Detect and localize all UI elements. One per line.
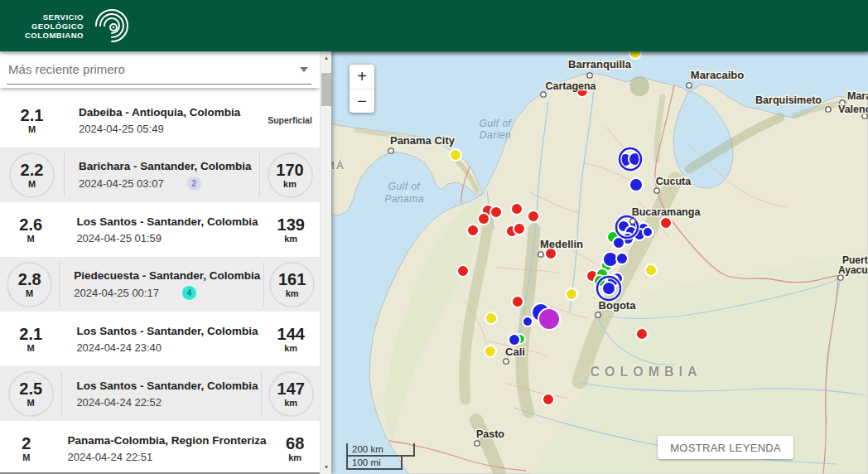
- quake-dot-yellow[interactable]: [566, 288, 577, 300]
- event-location: Panama-Colombia, Region Fronteriza: [68, 434, 267, 447]
- earthquake-list: 2.1 M Dabeiba - Antioquia, Colombia 2024…: [0, 93, 320, 474]
- quake-dot-blue[interactable]: [616, 253, 628, 264]
- city-label: Cali: [505, 346, 525, 358]
- quake-dot-yellow[interactable]: [485, 346, 496, 357]
- event-location: Los Santos - Santander, Colombia: [76, 380, 258, 392]
- quake-dot-red[interactable]: [528, 210, 539, 222]
- city-marker: [587, 73, 592, 78]
- city-marker: [596, 312, 600, 317]
- quake-dot-red[interactable]: [514, 223, 525, 235]
- quake-dot-red[interactable]: [478, 213, 489, 225]
- magnitude-value: 2.2: [21, 162, 44, 179]
- quake-dot-purple[interactable]: [538, 308, 560, 330]
- scroll-up-arrow[interactable]: ▲: [321, 52, 332, 64]
- quake-dot-red[interactable]: [457, 265, 469, 277]
- map-svg: Gulf ofDarienGulf ofPanamaCOLOMBIAMÁ Bar…: [331, 51, 868, 474]
- event-datetime: 2024-04-25 05:49: [79, 123, 164, 135]
- region-label: MÁ: [331, 159, 345, 172]
- city-label: Barranquilla: [568, 58, 632, 70]
- depth-value: 147: [277, 380, 305, 398]
- water-label: Panama: [384, 193, 424, 205]
- event-count-badge: 2: [187, 177, 201, 191]
- magnitude-value: 2: [22, 435, 31, 452]
- map-canvas[interactable]: Gulf ofDarienGulf ofPanamaCOLOMBIAMÁ Bar…: [331, 51, 868, 474]
- scale-km: 200 km: [346, 443, 415, 457]
- city-marker: [475, 441, 480, 446]
- event-location: Piedecuesta - Santander, Colombia: [74, 269, 260, 282]
- quake-dot-red[interactable]: [636, 328, 648, 340]
- event-datetime: 2024-04-25 00:17: [74, 287, 159, 299]
- magnitude-unit: M: [28, 179, 36, 189]
- quake-dot-yellow[interactable]: [485, 312, 497, 324]
- quake-dot-yellow[interactable]: [629, 51, 641, 59]
- earthquake-panel: Más reciente primero 2.1 M Dabeiba - Ant…: [0, 51, 331, 474]
- depth-value: 144: [277, 326, 305, 343]
- show-legend-button[interactable]: MOSTRAR LEYENDA: [658, 436, 793, 459]
- quake-dot-blue[interactable]: [602, 282, 615, 295]
- city-label: Barquisimeto: [755, 94, 822, 106]
- quake-dot-blue[interactable]: [629, 178, 643, 191]
- city-label: Pasto: [476, 428, 504, 440]
- quake-dot-red[interactable]: [467, 225, 479, 236]
- depth-unit: km: [288, 452, 301, 462]
- scale-mi: 100 mi: [346, 457, 403, 470]
- magnitude-value: 2.6: [19, 216, 42, 234]
- magnitude-value: 2.1: [19, 326, 42, 343]
- quake-dot-red[interactable]: [512, 296, 523, 307]
- city-marker: [504, 359, 509, 364]
- event-datetime: 2024-04-25 01:59: [76, 232, 162, 244]
- city-label: Bogota: [599, 299, 637, 312]
- depth-unit: km: [284, 398, 297, 408]
- earthquake-list-item[interactable]: 2.8 M Piedecuesta - Santander, Colombia …: [0, 257, 320, 312]
- zoom-out-button[interactable]: −: [350, 89, 374, 113]
- sgc-logo[interactable]: SERVICIO GEOLÓGICO COLOMBIANO: [25, 6, 132, 46]
- event-location: Dabeiba - Antioquia, Colombia: [79, 106, 256, 118]
- scrollbar-thumb[interactable]: [321, 73, 331, 106]
- quake-dot-blue[interactable]: [509, 334, 520, 346]
- city-marker: [826, 107, 831, 112]
- event-datetime: 2024-04-24 23:40: [76, 341, 162, 354]
- depth-label: Superficial: [268, 115, 312, 125]
- city-label: Cucuta: [656, 176, 692, 187]
- earthquake-list-item[interactable]: 2 M Panama-Colombia, Region Fronteriza 2…: [0, 421, 320, 474]
- quake-dot-yellow[interactable]: [450, 149, 461, 161]
- depth-unit: km: [284, 234, 297, 244]
- earthquake-list-item[interactable]: 2.6 M Los Santos - Santander, Colombia 2…: [0, 202, 320, 257]
- zoom-in-button[interactable]: +: [350, 65, 374, 89]
- water-label: Gulf of: [388, 181, 422, 192]
- magnitude-unit: M: [28, 124, 36, 134]
- sort-dropdown[interactable]: Más reciente primero: [7, 55, 311, 85]
- quake-dot-red[interactable]: [511, 203, 523, 215]
- magnitude-unit: M: [27, 398, 35, 408]
- earthquake-list-item[interactable]: 2.1 M Los Santos - Santander, Colombia 2…: [0, 312, 320, 366]
- earthquake-list-item[interactable]: 2.2 M Barichara - Santander, Colombia 20…: [0, 148, 320, 202]
- depth-value: 170: [276, 162, 303, 179]
- quake-dot-red[interactable]: [542, 394, 554, 405]
- magnitude-value: 2.5: [19, 380, 42, 398]
- quake-dot-red[interactable]: [490, 206, 502, 218]
- sort-dropdown-value: Más reciente primero: [8, 62, 125, 76]
- water-label: Gulf of: [480, 118, 513, 129]
- app-header: SERVICIO GEOLÓGICO COLOMBIANO: [0, 0, 868, 51]
- scroll-down-arrow[interactable]: ▼: [321, 462, 332, 473]
- event-count-badge: 4: [182, 286, 196, 300]
- earthquake-list-item[interactable]: 2.5 M Los Santos - Santander, Colombia 2…: [0, 366, 320, 421]
- magnitude-value: 2.1: [21, 107, 44, 124]
- city-label: Cartagena: [545, 80, 596, 92]
- city-marker: [541, 92, 546, 97]
- map-scale-bar: 200 km 100 mi: [346, 443, 415, 470]
- depth-value: 139: [277, 216, 305, 234]
- city-label: Mara: [847, 90, 868, 102]
- city-marker: [687, 83, 692, 88]
- event-datetime: 2024-04-24 22:52: [76, 396, 162, 409]
- earthquake-list-item[interactable]: 2.1 M Dabeiba - Antioquia, Colombia 2024…: [0, 93, 320, 148]
- quake-dot-blue[interactable]: [643, 227, 653, 237]
- magnitude-unit: M: [27, 234, 35, 244]
- city-label: Ayacucho: [838, 264, 868, 276]
- city-label: Valencia: [838, 104, 868, 115]
- quake-dot-red[interactable]: [660, 217, 672, 229]
- quake-dot-yellow[interactable]: [645, 264, 657, 276]
- quake-dot-blue[interactable]: [523, 317, 533, 326]
- magnitude-value: 2.8: [18, 271, 41, 288]
- list-scrollbar[interactable]: ▲ ▼: [320, 51, 331, 474]
